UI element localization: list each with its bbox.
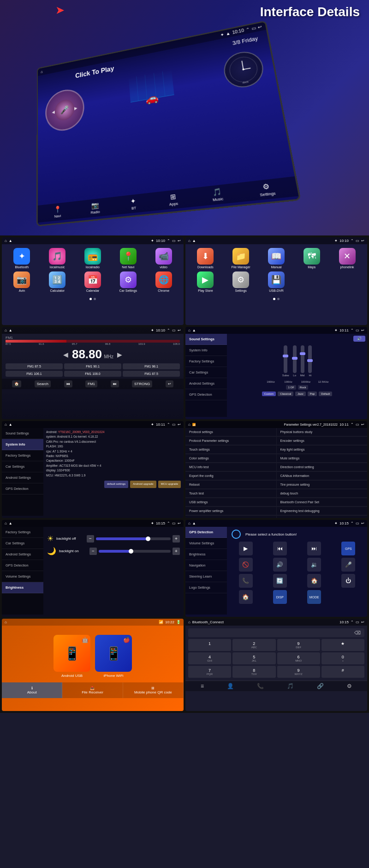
- sidebar-bl-gps[interactable]: GPS Detection: [2, 560, 43, 571]
- gps-prev-btn[interactable]: ⏮: [273, 542, 287, 555]
- param-protocol[interactable]: Protocol settings: [185, 428, 276, 436]
- radio-back-btn[interactable]: ↩: [166, 380, 173, 387]
- param-touchtest[interactable]: Touch test: [185, 489, 276, 498]
- backlight-off-minus-btn[interactable]: −: [87, 535, 94, 542]
- app-settings[interactable]: ⚙ Settings: [225, 271, 257, 292]
- preset-2[interactable]: FM1 90.1: [64, 363, 121, 369]
- nav-item-radio[interactable]: 📷 Radio: [90, 201, 100, 215]
- iphone-wifi-item[interactable]: 📱 🍎 iPhone WiFi: [95, 635, 132, 678]
- nav-item-settings[interactable]: ⚙ Settings: [258, 181, 276, 197]
- backlight-off-plus-btn[interactable]: +: [173, 535, 180, 542]
- param-keylight[interactable]: Key light settings: [277, 446, 368, 454]
- app-carsettings[interactable]: ⚙ Car Settings: [112, 271, 144, 292]
- param-mute[interactable]: Mute settings: [277, 454, 368, 463]
- preset-1[interactable]: FM1 87.5: [6, 363, 63, 369]
- backlight-off-slider[interactable]: − +: [87, 535, 180, 542]
- param-physical[interactable]: Physical buttons study: [277, 428, 368, 436]
- bt-menu-icon[interactable]: ≡: [201, 683, 204, 689]
- bt-key-8[interactable]: 8 TUV: [232, 666, 275, 678]
- radio-next-btn[interactable]: ⏭: [111, 380, 119, 387]
- sidebar-si-car[interactable]: Car Settings: [2, 461, 43, 472]
- sidebar-sound-settings[interactable]: Sound Settings: [185, 334, 227, 345]
- sidebar-bl-factory[interactable]: Factory Settings: [2, 527, 43, 538]
- nav-item-apps[interactable]: ⊞ Apps: [168, 192, 179, 206]
- backlight-on-minus-btn[interactable]: −: [89, 548, 97, 555]
- param-canbus[interactable]: CANbus information: [277, 472, 368, 480]
- sidebar-factory-settings[interactable]: Factory Settings: [185, 356, 227, 367]
- bt-settings-icon[interactable]: ⚙: [347, 683, 352, 689]
- app-chrome[interactable]: 🌐 Chrome: [147, 271, 180, 292]
- param-protocol-param[interactable]: Protocol Parameter settings: [185, 437, 276, 445]
- eq-mode-classical[interactable]: Classical: [278, 392, 293, 396]
- bt-key-1[interactable]: 1: [188, 639, 231, 651]
- param-reboot[interactable]: Reboot: [185, 481, 276, 489]
- freq-next-icon[interactable]: ▶: [117, 351, 122, 358]
- app-maps[interactable]: 🗺 Maps: [295, 248, 328, 269]
- param-mcu[interactable]: MCU info test: [185, 463, 276, 471]
- android-usb-item[interactable]: 📱 🤖 Android USB: [54, 635, 90, 678]
- preset-6[interactable]: FM1 87.5: [123, 371, 180, 377]
- bt-key-4[interactable]: 4 GHI: [188, 652, 231, 664]
- sidebar-bl-volume[interactable]: Volume Settings: [2, 571, 43, 582]
- sidebar-gps-logo[interactable]: Logo Settings: [185, 582, 227, 593]
- gps-volup-btn[interactable]: 🔊: [273, 558, 287, 572]
- sidebar-gps-volume[interactable]: Volume Settings: [185, 538, 227, 549]
- sidebar-si-factory[interactable]: Factory Settings: [2, 450, 43, 461]
- gps-power-btn[interactable]: ⏻: [341, 574, 355, 588]
- bt-key-6[interactable]: 6 MNO: [277, 652, 320, 664]
- android-upgrade-btn[interactable]: Android upgrade: [130, 481, 156, 488]
- param-tire[interactable]: Tire pressure setting: [277, 481, 368, 489]
- gps-home-btn[interactable]: 🏠: [307, 574, 321, 588]
- sidebar-si-gps[interactable]: GPS Detection: [2, 483, 43, 494]
- param-export[interactable]: Export the config: [185, 472, 276, 480]
- gps-next-btn[interactable]: ⏭: [307, 542, 321, 555]
- sidebar-bl-android[interactable]: Android Settings: [2, 549, 43, 560]
- app-playstore[interactable]: ▶ Play Store: [189, 271, 222, 292]
- param-direction[interactable]: Direction control setting: [277, 463, 368, 471]
- bt-key-0plus[interactable]: 0 +: [321, 652, 364, 664]
- radio-strong-btn[interactable]: STRONG: [132, 380, 152, 387]
- backlight-on-slider[interactable]: − +: [89, 548, 180, 555]
- app-downloads[interactable]: ⬇ Downloads: [189, 248, 222, 269]
- gps-voldn-btn[interactable]: 🔉: [307, 558, 321, 572]
- sidebar-bl-brightness[interactable]: Brightness: [2, 582, 43, 593]
- gps-nav-btn[interactable]: 🔄: [273, 574, 287, 588]
- param-ir[interactable]: IR code output setting: [277, 516, 368, 518]
- next-track-icon[interactable]: ▶: [74, 105, 77, 110]
- bt-contacts-icon[interactable]: 👤: [227, 683, 234, 689]
- sidebar-gps-detection[interactable]: GPS Detection: [185, 389, 227, 400]
- sidebar-bl-car[interactable]: Car Settings: [2, 538, 43, 549]
- param-debug[interactable]: debug touch: [277, 489, 368, 498]
- radio-band-btn[interactable]: FM1: [85, 380, 97, 387]
- param-engtest[interactable]: Engineering test debugging: [277, 507, 368, 515]
- qr-code-btn[interactable]: ⊞ Mobile phone QR code: [123, 682, 184, 698]
- app-localmusic[interactable]: 🎵 localmusic: [41, 248, 74, 269]
- sidebar-android-settings[interactable]: Android Settings: [185, 378, 227, 389]
- nav-item-navi[interactable]: 📍 Navi: [54, 205, 61, 218]
- backlight-on-plus-btn[interactable]: +: [173, 548, 180, 555]
- preset-4[interactable]: FM1 106.1: [6, 371, 63, 377]
- bt-link-icon[interactable]: 🔗: [317, 683, 324, 689]
- radio-search-btn[interactable]: Search: [35, 380, 51, 387]
- bt-phone-icon[interactable]: 📞: [257, 683, 264, 689]
- app-localradio[interactable]: 📻 localradio: [77, 248, 109, 269]
- bt-key-hash[interactable]: #: [321, 666, 364, 678]
- param-usb[interactable]: USB settings: [185, 498, 276, 506]
- app-usbdvr[interactable]: 💾 USB-DVR: [260, 271, 293, 292]
- sidebar-gps-navigation[interactable]: Navigation: [185, 560, 227, 571]
- app-filemanager[interactable]: 📁 File Manager: [225, 248, 257, 269]
- sidebar-si-sound[interactable]: Sound Settings: [2, 428, 43, 439]
- bt-music-icon[interactable]: 🎵: [287, 683, 294, 689]
- radio-home-btn[interactable]: 🏠: [12, 380, 21, 387]
- gps-gps-btn[interactable]: GPS: [341, 542, 355, 555]
- sidebar-car-settings[interactable]: Car Settings: [185, 367, 227, 378]
- bt-key-star[interactable]: ★: [321, 639, 364, 651]
- eq-mode-pop[interactable]: Pop: [308, 392, 317, 396]
- sidebar-gps-detect[interactable]: GPS Detection: [185, 527, 227, 538]
- app-calculator[interactable]: 🔢 Calculator: [41, 271, 74, 292]
- default-settings-btn[interactable]: default settings: [104, 481, 128, 488]
- eq-mode-default[interactable]: Default: [319, 392, 332, 396]
- param-btpair[interactable]: Bluetooth Connect Pair Set: [277, 498, 368, 506]
- radio-prev-btn[interactable]: ⏮: [64, 380, 72, 387]
- param-radio[interactable]: Radio settings: [185, 516, 276, 518]
